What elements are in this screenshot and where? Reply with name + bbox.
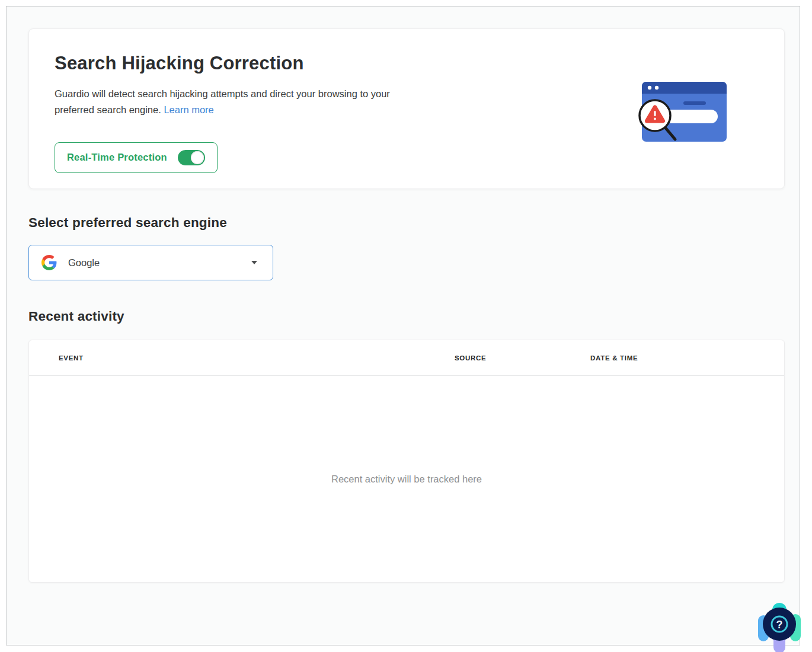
google-logo-icon — [41, 255, 57, 270]
real-time-protection-toggle[interactable] — [178, 150, 205, 165]
search-hijacking-card: Search Hijacking Correction Guardio will… — [28, 28, 785, 189]
search-hijack-illustration-icon — [627, 79, 731, 152]
settings-page: Search Hijacking Correction Guardio will… — [6, 6, 800, 645]
selected-engine-label: Google — [68, 257, 251, 269]
recent-activity-table: EVENT SOURCE DATE & TIME Recent activity… — [28, 340, 785, 583]
learn-more-link[interactable]: Learn more — [164, 104, 213, 115]
chevron-down-icon — [251, 261, 257, 264]
feature-description: Guardio will detect search hijacking att… — [55, 86, 405, 118]
column-header-date-time: DATE & TIME — [590, 354, 784, 362]
page-content: Search Hijacking Correction Guardio will… — [7, 7, 800, 605]
guardio-help-icon: ? — [756, 601, 803, 652]
column-header-event: EVENT — [59, 354, 455, 362]
real-time-protection-box[interactable]: Real-Time Protection — [55, 142, 218, 173]
question-mark-glyph: ? — [776, 619, 783, 631]
search-engine-heading: Select preferred search engine — [28, 215, 778, 231]
empty-state-message: Recent activity will be tracked here — [331, 474, 482, 485]
page-title: Search Hijacking Correction — [55, 53, 784, 74]
recent-activity-heading: Recent activity — [28, 309, 778, 324]
search-engine-dropdown[interactable]: Google — [28, 245, 273, 280]
column-header-source: SOURCE — [455, 354, 590, 362]
help-widget-button[interactable]: ? — [756, 601, 803, 652]
real-time-protection-label: Real-Time Protection — [67, 152, 167, 163]
feature-description-text: Guardio will detect search hijacking att… — [55, 88, 390, 115]
table-empty-state: Recent activity will be tracked here — [29, 376, 784, 583]
table-header-row: EVENT SOURCE DATE & TIME — [29, 340, 784, 376]
toggle-knob — [191, 151, 204, 164]
